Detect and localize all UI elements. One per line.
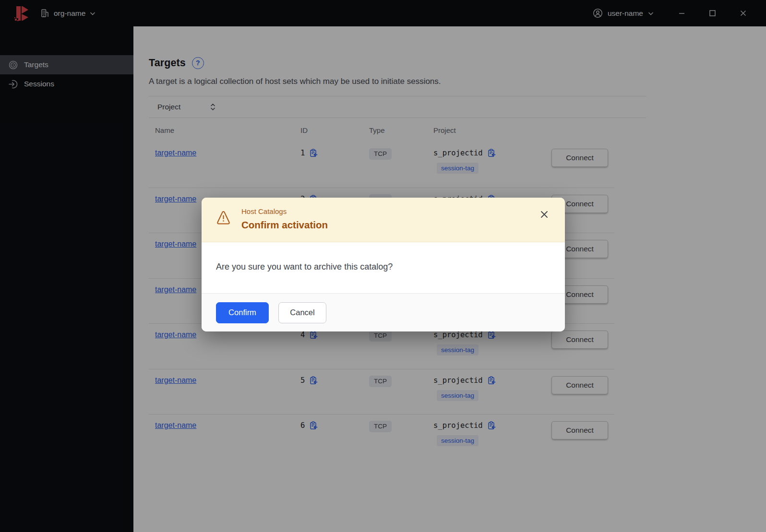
confirm-button[interactable]: Confirm: [216, 302, 269, 323]
warning-triangle-icon: [216, 211, 231, 225]
dialog-footer: Confirm Cancel: [202, 293, 565, 331]
close-icon: [540, 210, 549, 219]
confirm-dialog: Host Catalogs Confirm activation Are you…: [202, 198, 565, 331]
dialog-message: Are you sure you want to archive this ca…: [202, 242, 565, 293]
dialog-header: Host Catalogs Confirm activation: [202, 198, 565, 242]
dialog-title: Confirm activation: [241, 219, 328, 231]
cancel-button[interactable]: Cancel: [278, 302, 326, 323]
dialog-kicker: Host Catalogs: [241, 207, 328, 216]
close-dialog-button[interactable]: [539, 209, 550, 220]
